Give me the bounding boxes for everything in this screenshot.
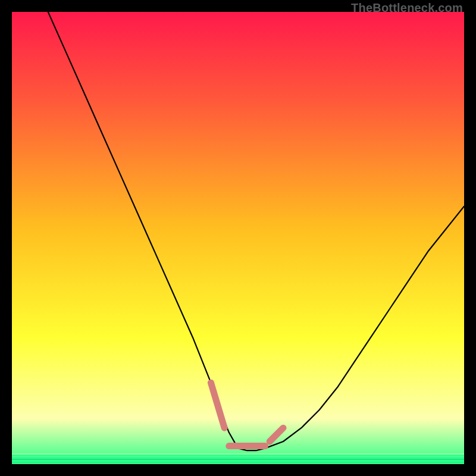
gradient-background: [12, 12, 464, 464]
svg-rect-4: [12, 462, 464, 463]
watermark-text: TheBottleneck.com: [351, 1, 463, 15]
svg-rect-1: [12, 453, 464, 455]
green-band: [12, 453, 464, 464]
svg-rect-3: [12, 459, 464, 460]
bottleneck-chart: [12, 12, 464, 464]
chart-frame: [12, 12, 464, 464]
svg-rect-2: [12, 456, 464, 457]
